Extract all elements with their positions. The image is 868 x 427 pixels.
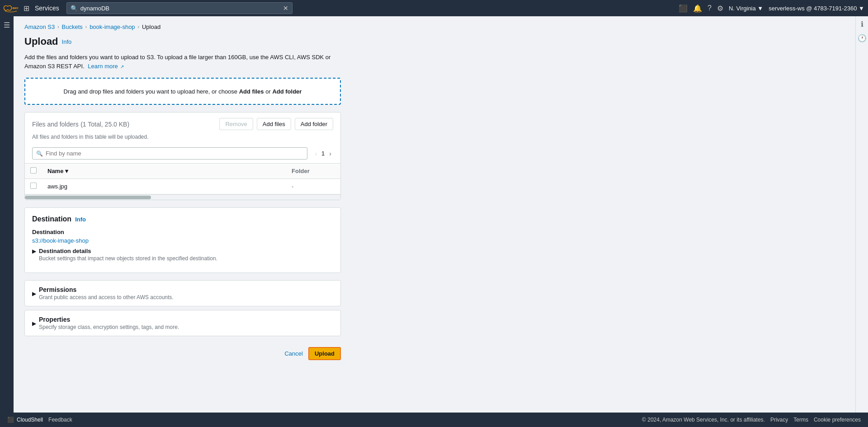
remove-button[interactable]: Remove xyxy=(219,118,253,130)
breadcrumb-sep-3: › xyxy=(138,24,139,29)
destination-info-link[interactable]: Info xyxy=(75,216,86,223)
services-label[interactable]: Services xyxy=(35,5,59,12)
destination-details-content: Destination details Bucket settings that… xyxy=(39,248,217,262)
destination-field-label: Destination xyxy=(32,229,333,235)
main-content: Amazon S3 › Buckets › book-image-shop › … xyxy=(14,16,855,413)
row-checkbox[interactable] xyxy=(30,183,37,189)
cookie-preferences-link[interactable]: Cookie preferences xyxy=(814,417,861,423)
aws-logo[interactable]: aws xyxy=(4,4,18,13)
select-all-checkbox[interactable] xyxy=(30,167,37,174)
upload-button[interactable]: Upload xyxy=(308,347,341,360)
permissions-panel: ▶ Permissions Grant public access and ac… xyxy=(24,280,341,306)
destination-panel: Destination Info Destination s3://book-i… xyxy=(24,207,341,273)
page-title: Upload xyxy=(24,36,58,47)
breadcrumb: Amazon S3 › Buckets › book-image-shop › … xyxy=(24,23,844,30)
bell-icon[interactable]: 🔔 xyxy=(693,4,702,13)
feedback-link[interactable]: Feedback xyxy=(48,417,72,423)
files-search-box[interactable]: 🔍 xyxy=(32,147,307,160)
destination-value[interactable]: s3://book-image-shop xyxy=(32,237,89,244)
destination-panel-title: Destination Info xyxy=(32,215,333,223)
search-icon-small: 🔍 xyxy=(36,150,43,157)
breadcrumb-amazon-s3[interactable]: Amazon S3 xyxy=(24,23,55,30)
table-header-row: Name ▾ Folder xyxy=(25,164,340,179)
breadcrumb-buckets[interactable]: Buckets xyxy=(62,23,83,30)
region-selector[interactable]: N. Virginia ▼ xyxy=(729,5,763,12)
files-search-input[interactable] xyxy=(46,150,303,157)
terminal-icon[interactable]: ⬛ xyxy=(679,4,688,13)
files-table: Name ▾ Folder aws.jpg - xyxy=(25,163,340,194)
permissions-content: Permissions Grant public access and acce… xyxy=(39,286,174,300)
file-folder: - xyxy=(286,179,340,194)
files-panel-title: Files and folders (1 Total, 25.0 KB) xyxy=(32,120,129,128)
files-panel: Files and folders (1 Total, 25.0 KB) Rem… xyxy=(24,112,341,200)
search-clear-icon[interactable]: ✕ xyxy=(283,5,288,12)
top-navigation: aws ⊞ Services 🔍 ✕ ⬛ 🔔 ? ⚙ N. Virginia ▼… xyxy=(0,0,868,16)
cancel-button[interactable]: Cancel xyxy=(284,350,302,357)
global-search-bar[interactable]: 🔍 ✕ xyxy=(66,2,292,14)
page-info-link[interactable]: Info xyxy=(62,38,72,45)
pagination: ‹ 1 › xyxy=(313,149,333,158)
folder-column-header: Folder xyxy=(286,164,340,179)
external-link-icon: ↗ xyxy=(120,64,124,69)
cloudshell-button[interactable]: ⬛ CloudShell xyxy=(7,417,43,423)
add-folder-button[interactable]: Add folder xyxy=(295,118,333,130)
clock-icon[interactable]: 🕐 xyxy=(858,34,867,42)
right-side-panel: ℹ 🕐 xyxy=(855,16,868,413)
properties-panel: ▶ Properties Specify storage class, encr… xyxy=(24,310,341,336)
search-input[interactable] xyxy=(80,5,280,12)
footer: ⬛ CloudShell Feedback © 2024, Amazon Web… xyxy=(0,413,868,427)
properties-header[interactable]: ▶ Properties Specify storage class, encr… xyxy=(25,310,340,336)
breadcrumb-bucket-name[interactable]: book-image-shop xyxy=(90,23,135,30)
table-row: aws.jpg - xyxy=(25,179,340,194)
account-menu[interactable]: serverless-ws @ 4783-7191-2360 ▼ xyxy=(769,5,864,12)
files-panel-actions: Remove Add files Add folder xyxy=(219,118,333,130)
dropzone-text: Drag and drop files and folders you want… xyxy=(64,88,302,95)
hamburger-icon[interactable]: ☰ xyxy=(4,21,10,29)
add-files-button[interactable]: Add files xyxy=(257,118,291,130)
privacy-link[interactable]: Privacy xyxy=(770,417,788,423)
info-circle-icon[interactable]: ℹ xyxy=(861,20,863,28)
page-number: 1 xyxy=(321,150,325,157)
destination-details-row[interactable]: ▶ Destination details Bucket settings th… xyxy=(32,244,333,265)
page-description: Add the files and folders you want to up… xyxy=(24,53,341,70)
svg-text:aws: aws xyxy=(12,6,18,10)
breadcrumb-current: Upload xyxy=(142,23,160,30)
help-icon[interactable]: ? xyxy=(708,4,712,12)
breadcrumb-sep-2: › xyxy=(85,24,87,29)
files-panel-subtitle: All files and folders in this table will… xyxy=(25,132,340,144)
cloudshell-label: CloudShell xyxy=(17,417,43,423)
properties-arrow: ▶ xyxy=(32,320,36,327)
horizontal-scrollbar[interactable] xyxy=(25,194,340,200)
pagination-next[interactable]: › xyxy=(327,149,333,158)
scrollbar-thumb[interactable] xyxy=(25,196,151,199)
search-icon: 🔍 xyxy=(71,5,78,12)
terminal-footer-icon: ⬛ xyxy=(7,417,14,423)
dropzone[interactable]: Drag and drop files and folders you want… xyxy=(24,78,341,105)
learn-more-link[interactable]: Learn more xyxy=(88,63,118,70)
breadcrumb-sep-1: › xyxy=(57,24,59,29)
properties-content: Properties Specify storage class, encryp… xyxy=(39,316,179,330)
files-panel-header: Files and folders (1 Total, 25.0 KB) Rem… xyxy=(25,113,340,132)
copyright-text: © 2024, Amazon Web Services, Inc. or its… xyxy=(642,417,765,423)
side-navigation: ☰ xyxy=(0,16,14,413)
file-name: aws.jpg xyxy=(42,179,286,194)
grid-icon[interactable]: ⊞ xyxy=(22,3,31,14)
settings-icon[interactable]: ⚙ xyxy=(717,4,723,13)
name-column-header[interactable]: Name ▾ xyxy=(47,168,68,174)
sort-icon: ▾ xyxy=(65,168,68,174)
nav-right-icons: ⬛ 🔔 ? ⚙ N. Virginia ▼ serverless-ws @ 47… xyxy=(679,4,864,13)
bottom-actions: Cancel Upload xyxy=(24,340,341,371)
terms-link[interactable]: Terms xyxy=(793,417,808,423)
footer-right: © 2024, Amazon Web Services, Inc. or its… xyxy=(642,417,861,423)
permissions-header[interactable]: ▶ Permissions Grant public access and ac… xyxy=(25,281,340,306)
pagination-prev[interactable]: ‹ xyxy=(313,149,319,158)
files-search-row: 🔍 ‹ 1 › xyxy=(25,144,340,163)
permissions-arrow: ▶ xyxy=(32,291,36,297)
destination-details-arrow: ▶ xyxy=(32,248,36,254)
page-title-row: Upload Info xyxy=(24,36,844,47)
